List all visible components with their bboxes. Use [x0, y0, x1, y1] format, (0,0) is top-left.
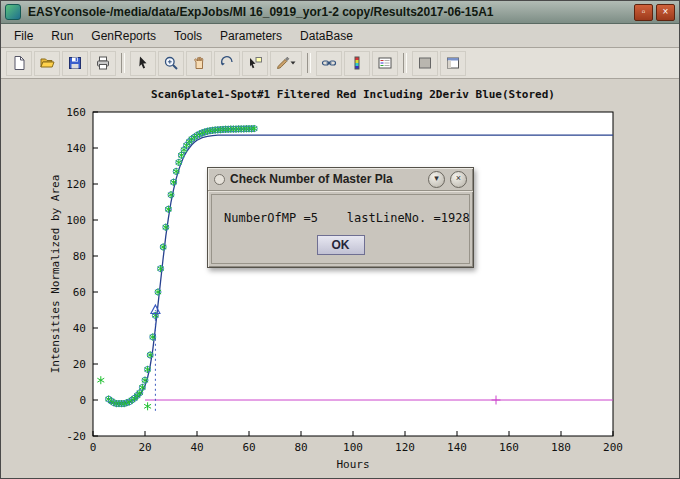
pan-hand-button[interactable]	[186, 51, 212, 76]
printer-icon	[95, 55, 111, 71]
legend-icon	[377, 55, 393, 71]
dialog-message: NumberOfMP =5 lastLineNo. =1928	[224, 211, 470, 225]
svg-text:80: 80	[73, 250, 86, 263]
floppy-disk-icon	[67, 55, 83, 71]
hide-plot-tools-icon	[417, 55, 433, 71]
svg-text:200: 200	[603, 441, 623, 454]
menu-file[interactable]: File	[5, 26, 42, 46]
menu-genreports[interactable]: GenReports	[82, 26, 165, 46]
toolbar	[1, 48, 679, 79]
svg-text:140: 140	[447, 441, 467, 454]
show-plot-tools-icon	[445, 55, 461, 71]
print-button[interactable]	[90, 51, 116, 76]
dialog-body: NumberOfMP =5 lastLineNo. =1928 OK	[211, 194, 470, 264]
svg-text:80: 80	[294, 441, 307, 454]
svg-text:Intensities Normalized by Area: Intensities Normalized by Area	[49, 175, 62, 374]
dialog-rollup-button[interactable]: ▾	[428, 171, 445, 188]
open-folder-icon	[39, 55, 55, 71]
ok-button[interactable]: OK	[317, 235, 365, 255]
svg-text:100: 100	[66, 214, 86, 227]
close-button[interactable]: ×	[656, 4, 675, 21]
link-icon	[321, 55, 337, 71]
menu-parameters[interactable]: Parameters	[211, 26, 291, 46]
menubar: File Run GenReports Tools Parameters Dat…	[1, 24, 679, 48]
svg-text:20: 20	[73, 358, 86, 371]
rotate-icon	[219, 55, 235, 71]
save-button[interactable]	[62, 51, 88, 76]
new-document-button[interactable]	[6, 51, 32, 76]
colorbar-icon	[349, 55, 365, 71]
cursor-arrow-button[interactable]	[130, 51, 156, 76]
menu-tools[interactable]: Tools	[165, 26, 211, 46]
svg-text:Hours: Hours	[336, 458, 369, 471]
svg-text:-20: -20	[66, 430, 86, 443]
svg-text:20: 20	[138, 441, 151, 454]
svg-text:140: 140	[66, 142, 86, 155]
dropdown-caret-icon	[291, 62, 296, 65]
hide-plot-tools-button[interactable]	[412, 51, 438, 76]
svg-text:Scan6plate1-Spot#1 Filtered Re: Scan6plate1-Spot#1 Filtered Red Includin…	[151, 88, 555, 101]
svg-text:0: 0	[79, 394, 86, 407]
svg-text:120: 120	[395, 441, 415, 454]
dialog-icon	[214, 174, 225, 185]
svg-text:40: 40	[190, 441, 203, 454]
insert-colorbar-button[interactable]	[344, 51, 370, 76]
brush-icon	[275, 55, 297, 71]
menu-database[interactable]: DataBase	[291, 26, 362, 46]
dialog-close-button[interactable]: ×	[450, 171, 467, 188]
svg-text:120: 120	[66, 178, 86, 191]
app-window: EASYconsole-/media/data/ExpJobs/MI 16_09…	[0, 0, 680, 479]
brush-button[interactable]	[270, 51, 302, 76]
insert-legend-button[interactable]	[372, 51, 398, 76]
figure-area: 020406080100120140160180200-200204060801…	[1, 79, 679, 479]
window-title: EASYconsole-/media/data/ExpJobs/MI 16_09…	[28, 5, 631, 19]
toolbar-separator	[121, 53, 125, 73]
zoom-in-button[interactable]	[158, 51, 184, 76]
svg-text:40: 40	[73, 322, 86, 335]
zoom-in-icon	[163, 55, 179, 71]
toolbar-separator	[403, 53, 407, 73]
svg-text:60: 60	[73, 286, 86, 299]
app-icon	[5, 4, 21, 20]
open-file-button[interactable]	[34, 51, 60, 76]
hand-icon	[191, 55, 207, 71]
titlebar: EASYconsole-/media/data/ExpJobs/MI 16_09…	[1, 1, 679, 24]
rotate-3d-button[interactable]	[214, 51, 240, 76]
svg-text:100: 100	[343, 441, 363, 454]
menu-run[interactable]: Run	[42, 26, 82, 46]
svg-text:0: 0	[90, 441, 97, 454]
data-cursor-button[interactable]	[242, 51, 268, 76]
svg-text:160: 160	[499, 441, 519, 454]
chart-canvas: 020406080100120140160180200-200204060801…	[1, 79, 680, 479]
minimize-button[interactable]: ▫	[634, 4, 653, 21]
toolbar-separator	[307, 53, 311, 73]
dialog-title: Check Number of Master Pla	[230, 172, 423, 186]
dialog-check-number-of-master-plates: Check Number of Master Pla ▾ × NumberOfM…	[207, 167, 474, 268]
new-document-icon	[11, 55, 27, 71]
show-plot-tools-button[interactable]	[440, 51, 466, 76]
data-cursor-icon	[247, 55, 263, 71]
dialog-titlebar: Check Number of Master Pla ▾ ×	[208, 168, 473, 191]
cursor-arrow-icon	[135, 55, 151, 71]
svg-text:160: 160	[66, 106, 86, 119]
svg-text:180: 180	[551, 441, 571, 454]
link-plot-button[interactable]	[316, 51, 342, 76]
svg-text:60: 60	[242, 441, 255, 454]
